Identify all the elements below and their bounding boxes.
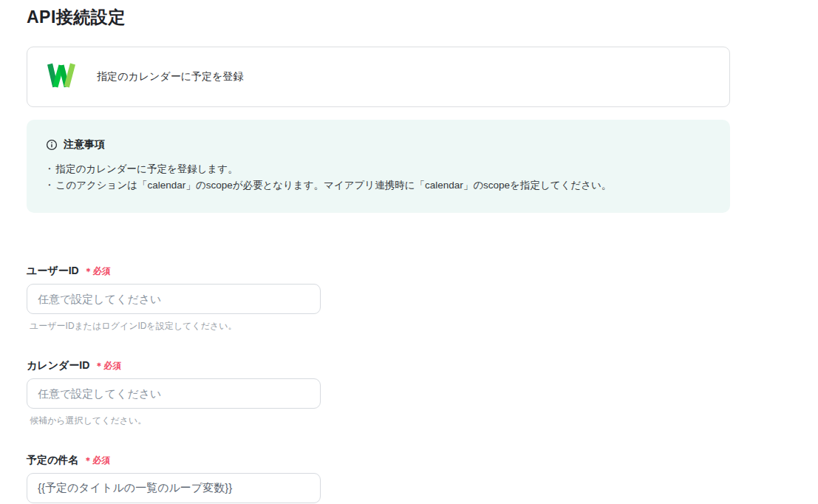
field-helper-text: ユーザーIDまたはログインIDを設定してください。	[30, 320, 321, 333]
required-badge: ＊必須	[83, 454, 110, 467]
field-label: カレンダーID	[27, 359, 89, 372]
field-calendar-id: カレンダーID ＊必須 候補から選択してください。	[27, 359, 321, 427]
notice-title: 注意事項	[64, 138, 105, 151]
field-event-title: 予定の件名 ＊必須	[27, 454, 321, 503]
notice-item: ・ このアクションは「calendar」のscopeが必要となります。マイアプリ…	[44, 177, 712, 194]
notice-list: ・ 指定のカレンダーに予定を登録します。 ・ このアクションは「calendar…	[44, 161, 712, 194]
notice-box: 注意事項 ・ 指定のカレンダーに予定を登録します。 ・ このアクションは「cal…	[27, 120, 730, 213]
field-user-id: ユーザーID ＊必須 ユーザーIDまたはログインIDを設定してください。	[27, 265, 321, 333]
field-label-row: ユーザーID ＊必須	[27, 265, 321, 278]
field-label-row: カレンダーID ＊必須	[27, 359, 321, 372]
required-badge: ＊必須	[95, 360, 121, 372]
user-id-input[interactable]	[27, 284, 321, 314]
field-label: ユーザーID	[27, 265, 79, 278]
notice-item-text: 指定のカレンダーに予定を登録します。	[56, 161, 238, 177]
line-works-w-logo-icon	[47, 61, 76, 92]
notice-item: ・ 指定のカレンダーに予定を登録します。	[44, 161, 712, 177]
action-summary-card: 指定のカレンダーに予定を登録	[27, 47, 730, 107]
notice-item-text: このアクションは「calendar」のscopeが必要となります。マイアプリ連携…	[56, 177, 612, 194]
notice-header: 注意事項	[44, 138, 712, 151]
bullet-glyph: ・	[44, 177, 55, 194]
event-title-input[interactable]	[27, 473, 321, 503]
api-settings-form: ユーザーID ＊必須 ユーザーIDまたはログインIDを設定してください。 カレン…	[27, 265, 818, 503]
field-label-row: 予定の件名 ＊必須	[27, 454, 321, 467]
info-icon	[46, 139, 58, 151]
action-description: 指定のカレンダーに予定を登録	[97, 70, 243, 84]
field-helper-text: 候補から選択してください。	[30, 415, 321, 427]
bullet-glyph: ・	[44, 161, 55, 177]
required-badge: ＊必須	[84, 265, 111, 278]
page-title: API接続設定	[27, 6, 818, 29]
field-label: 予定の件名	[27, 454, 78, 467]
api-settings-page: API接続設定 指定のカレンダーに予定を登録 注意事項	[0, 0, 818, 503]
calendar-id-input[interactable]	[27, 378, 321, 409]
